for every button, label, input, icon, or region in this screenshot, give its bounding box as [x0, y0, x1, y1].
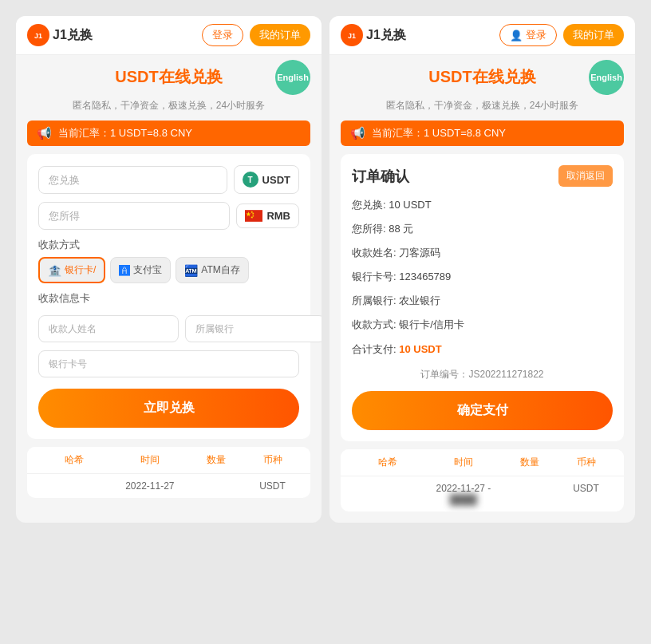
bank-name-label-order: 所属银行:: [352, 294, 399, 306]
exchange-input-row: T USDT: [38, 165, 299, 194]
bank-card-label-order: 银行卡号:: [352, 271, 399, 282]
right-login-button[interactable]: 👤 登录: [499, 24, 557, 46]
left-subtitle: 匿名隐私，干净资金，极速兑换，24小时服务: [27, 99, 310, 113]
right-logo-area: J1 J1兑换: [341, 24, 493, 46]
right-tx-currency: USDT: [558, 483, 614, 505]
left-tx-table: 哈希 时间 数量 币种 2022-11-27 USDT: [27, 447, 310, 498]
rmb-badge: RMB: [236, 203, 299, 228]
bank-name-input[interactable]: [185, 315, 322, 342]
right-orders-button[interactable]: 我的订单: [563, 24, 624, 46]
right-tx-time: 2022-11-27 - ████: [426, 483, 502, 505]
left-rate-bar: 📢 当前汇率：1 USDT=8.8 CNY: [27, 121, 310, 146]
page-wrapper: J1 J1兑换 登录 我的订单 USDT在线兑换 English 匿名隐私，干净…: [8, 8, 643, 531]
right-title-row: USDT在线兑换 English: [341, 66, 624, 88]
atm-icon: 🏧: [184, 264, 198, 277]
right-page-title: USDT在线兑换: [428, 66, 535, 88]
order-payment-method: 收款方式: 银行卡/信用卡: [352, 316, 613, 334]
card-number-input[interactable]: [38, 350, 299, 377]
order-confirm-card: 订单确认 取消返回 您兑换: 10 USDT 您所得: 88 元 收款姓名: 刀…: [341, 154, 624, 441]
recipient-name-value: 刀客源码: [399, 247, 440, 259]
left-tx-time: 2022-11-27: [112, 480, 188, 492]
exchange-input[interactable]: [38, 166, 227, 194]
right-subtitle: 匿名隐私，干净资金，极速兑换，24小时服务: [341, 99, 624, 113]
payment-methods-label: 收款方式: [38, 238, 299, 252]
left-form-card: T USDT: [27, 154, 310, 439]
usdt-badge: T USDT: [234, 165, 299, 194]
receive-input[interactable]: [38, 202, 230, 230]
usdt-label: USDT: [262, 174, 290, 186]
left-tx-col-currency: 币种: [244, 453, 301, 467]
alipay-button[interactable]: 🅰 支付宝: [110, 257, 171, 283]
cancel-button[interactable]: 取消返回: [558, 165, 613, 187]
order-total: 合计支付: 10 USDT: [352, 341, 613, 358]
left-rate-text: 当前汇率：1 USDT=8.8 CNY: [58, 126, 192, 140]
right-tx-header: 哈希 时间 数量 币种: [341, 449, 624, 476]
right-tx-col-currency: 币种: [558, 456, 614, 469]
left-logo-icon: J1: [27, 24, 49, 46]
left-tx-currency: USDT: [244, 480, 301, 492]
left-header: J1 J1兑换 登录 我的订单: [16, 16, 322, 55]
bank-card-value: 123465789: [399, 271, 451, 282]
payment-methods-list: 🏦 银行卡/ 🅰 支付宝 🏧 ATM自存: [38, 257, 299, 283]
payment-method-value: 银行卡/信用卡: [399, 318, 464, 330]
rmb-label: RMB: [266, 210, 290, 222]
right-panel: J1 J1兑换 👤 登录 我的订单 USDT在线兑换 English 匿名隐私，…: [329, 16, 635, 523]
recipient-name-input[interactable]: [38, 315, 179, 342]
right-rate-bar: 📢 当前汇率：1 USDT=8.8 CNY: [341, 121, 624, 146]
atm-button[interactable]: 🏧 ATM自存: [176, 257, 248, 283]
alipay-icon: 🅰: [119, 264, 130, 277]
left-tx-col-amount: 数量: [187, 453, 244, 467]
right-tx-hash: [350, 483, 426, 505]
left-logo-text: J1兑换: [53, 27, 93, 44]
payment-methods-section: 收款方式 🏦 银行卡/ 🅰 支付宝 🏧 ATM自存: [38, 238, 299, 283]
right-tx-col-amount: 数量: [501, 456, 558, 469]
order-title-row: 订单确认 取消返回: [352, 165, 613, 187]
svg-text:J1: J1: [348, 32, 356, 40]
right-tx-amount: [501, 483, 558, 505]
right-header: J1 J1兑换 👤 登录 我的订单: [329, 16, 635, 55]
atm-label: ATM自存: [201, 263, 239, 277]
right-tx-table: 哈希 时间 数量 币种 2022-11-27 - ████ USDT: [341, 449, 624, 512]
speaker-icon: 📢: [37, 126, 52, 140]
bank-info-label: 收款信息卡: [38, 291, 299, 306]
left-tx-col-hash: 哈希: [37, 453, 112, 467]
payment-method-label-order: 收款方式:: [352, 318, 399, 330]
right-login-label: 登录: [526, 28, 546, 42]
order-number: 订单编号：JS202211271822: [352, 368, 613, 381]
receive-input-row: RMB: [38, 202, 299, 230]
recipient-name-label: 收款姓名:: [352, 247, 399, 259]
left-lang-button[interactable]: English: [275, 60, 310, 95]
left-orders-button[interactable]: 我的订单: [250, 24, 310, 46]
left-tx-hash: [37, 480, 112, 492]
order-exchange-amount: 您兑换: 10 USDT: [352, 196, 613, 214]
order-number-value: JS202211271822: [468, 369, 543, 380]
bank-info-row-1: [38, 315, 299, 342]
submit-exchange-button[interactable]: 立即兑换: [38, 389, 299, 428]
right-tx-col-hash: 哈希: [350, 456, 426, 469]
right-lang-button[interactable]: English: [589, 60, 624, 95]
usdt-icon: T: [243, 172, 258, 188]
bank-card-label: 银行卡/: [65, 263, 96, 277]
left-panel: J1 J1兑换 登录 我的订单 USDT在线兑换 English 匿名隐私，干净…: [16, 16, 322, 523]
right-speaker-icon: 📢: [350, 126, 365, 140]
order-bank-card: 银行卡号: 123465789: [352, 268, 613, 286]
left-tx-amount: [187, 480, 244, 492]
right-logo-text: J1兑换: [366, 27, 406, 44]
svg-text:J1: J1: [34, 32, 42, 40]
right-tx-time-value: 2022-11-27 -: [436, 483, 491, 494]
left-main-content: USDT在线兑换 English 匿名隐私，干净资金，极速兑换，24小时服务 📢…: [16, 55, 322, 523]
total-payment-value: 10 USDT: [399, 343, 441, 355]
bank-icon: 🏦: [48, 264, 61, 277]
right-tx-col-time: 时间: [426, 456, 502, 469]
left-login-button[interactable]: 登录: [202, 24, 243, 46]
right-logo-icon: J1: [341, 24, 363, 46]
order-recipient-name: 收款姓名: 刀客源码: [352, 244, 613, 262]
left-tx-col-time: 时间: [112, 453, 188, 467]
order-bank-name: 所属银行: 农业银行: [352, 292, 613, 310]
bank-card-button[interactable]: 🏦 银行卡/: [38, 257, 105, 283]
alipay-label: 支付宝: [133, 263, 162, 277]
confirm-payment-button[interactable]: 确定支付: [352, 391, 613, 430]
bank-name-value: 农业银行: [399, 294, 440, 306]
left-title-row: USDT在线兑换 English: [27, 66, 310, 88]
total-payment-label: 合计支付:: [352, 343, 399, 355]
